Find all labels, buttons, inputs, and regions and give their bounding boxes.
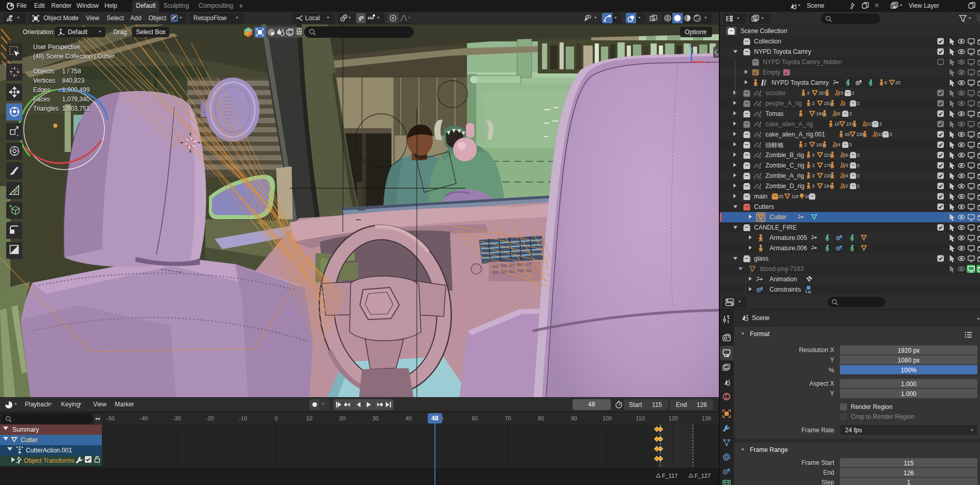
- svg-text:70: 70: [505, 415, 511, 421]
- svg-text:F_127: F_127: [695, 473, 711, 479]
- svg-text:100: 100: [602, 415, 612, 421]
- svg-text:F_117: F_117: [662, 473, 677, 479]
- svg-text:120: 120: [669, 415, 678, 421]
- svg-text:130: 130: [702, 415, 711, 421]
- svg-text:-30: -30: [173, 415, 181, 421]
- svg-text:-40: -40: [140, 415, 148, 421]
- svg-text:0: 0: [275, 415, 278, 421]
- svg-text:-10: -10: [239, 415, 247, 421]
- svg-text:80: 80: [538, 415, 544, 421]
- svg-text:X: X: [706, 60, 710, 65]
- svg-text:30: 30: [372, 415, 379, 421]
- svg-text:40: 40: [405, 415, 412, 421]
- svg-text:20: 20: [339, 415, 345, 421]
- svg-text:Z: Z: [688, 42, 691, 48]
- svg-text:60: 60: [472, 415, 478, 421]
- svg-text:-50: -50: [107, 415, 115, 421]
- svg-text:10: 10: [306, 415, 312, 421]
- svg-text:-20: -20: [206, 415, 214, 421]
- svg-text:90: 90: [571, 415, 577, 421]
- svg-text:110: 110: [636, 415, 645, 421]
